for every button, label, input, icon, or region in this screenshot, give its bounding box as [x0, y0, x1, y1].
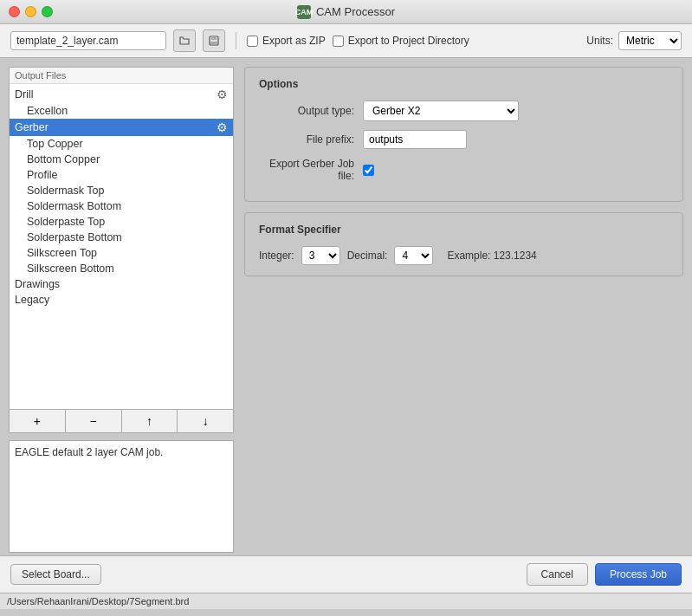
tree-item-label: Solderpaste Top: [27, 216, 105, 228]
output-type-label: Output type:: [259, 105, 354, 117]
tree-item-label: Drill: [15, 88, 34, 101]
units-select[interactable]: Metric Imperial: [618, 31, 682, 50]
tree-item-label: Legacy: [15, 294, 49, 306]
tree-item-label: Bottom Copper: [27, 153, 100, 165]
move-up-button[interactable]: ↑: [122, 410, 178, 432]
file-name-input[interactable]: [10, 31, 166, 50]
open-file-button[interactable]: [173, 29, 196, 52]
format-title: Format Specifier: [259, 224, 669, 236]
format-section: Format Specifier Integer: 1 2 3 4 5 6 De…: [244, 212, 683, 276]
tree-item-top-copper[interactable]: Top Copper: [10, 136, 233, 152]
integer-label: Integer:: [259, 250, 294, 262]
status-bar: /Users/RehaanIrani/Desktop/7Segment.brd: [0, 593, 692, 609]
tree-item-label: Profile: [27, 169, 57, 181]
tree-item-gerber[interactable]: Gerber ⚙: [10, 119, 233, 136]
description-box: EAGLE default 2 layer CAM job.: [9, 440, 234, 553]
output-files-header: Output Files: [10, 68, 233, 84]
window-title: CAM Processor: [316, 5, 395, 18]
action-bar: Select Board... Cancel Process Job: [0, 555, 692, 593]
svg-rect-2: [210, 42, 217, 44]
add-button[interactable]: +: [10, 410, 66, 432]
export-zip-checkbox[interactable]: [247, 36, 258, 47]
tree-item-solderpaste-top[interactable]: Solderpaste Top: [10, 214, 233, 230]
export-project-checkbox[interactable]: [333, 36, 344, 47]
tree-item-soldermask-bottom[interactable]: Soldermask Bottom: [10, 198, 233, 214]
file-prefix-row: File prefix:: [259, 130, 669, 149]
minimize-button[interactable]: [25, 6, 36, 17]
tree-item-drawings[interactable]: Drawings: [10, 276, 233, 292]
tree-item-label: Soldermask Top: [27, 185, 104, 197]
list-controls: + − ↑ ↓: [9, 410, 234, 433]
save-icon: [208, 35, 220, 47]
units-group: Units: Metric Imperial: [586, 31, 682, 50]
main-content: Output Files Drill ⚙ Excellon Gerber ⚙: [0, 58, 692, 587]
units-label: Units:: [586, 35, 613, 47]
move-down-button[interactable]: ↓: [178, 410, 233, 432]
close-button[interactable]: [9, 6, 20, 17]
tree-item-silkscreen-bottom[interactable]: Silkscreen Bottom: [10, 261, 233, 276]
separator: [236, 32, 236, 49]
format-row: Integer: 1 2 3 4 5 6 Decimal: 1 2 3 4 5 …: [259, 246, 669, 265]
decimal-select[interactable]: 1 2 3 4 5 6: [394, 246, 433, 265]
example-text: Example: 123.1234: [447, 250, 536, 262]
tree-item-label: Silkscreen Bottom: [27, 263, 114, 275]
select-board-button[interactable]: Select Board...: [10, 564, 101, 585]
export-gerber-row: Export Gerber Job file:: [259, 158, 669, 182]
process-job-button[interactable]: Process Job: [595, 563, 682, 586]
tree-item-soldermask-top[interactable]: Soldermask Top: [10, 183, 233, 198]
tree-item-bottom-copper[interactable]: Bottom Copper: [10, 152, 233, 167]
tree-item-profile[interactable]: Profile: [10, 167, 233, 183]
window-controls[interactable]: [9, 6, 53, 17]
left-panel: Output Files Drill ⚙ Excellon Gerber ⚙: [9, 67, 234, 579]
options-section: Options Output type: Gerber X2 Gerber RS…: [244, 67, 683, 202]
export-zip-label: Export as ZIP: [262, 35, 326, 47]
toolbar: Export as ZIP Export to Project Director…: [0, 24, 692, 58]
tree-item-label: Excellon: [27, 105, 68, 117]
output-type-row: Output type: Gerber X2 Gerber RS-274X Ex…: [259, 101, 669, 121]
right-panel: Options Output type: Gerber X2 Gerber RS…: [244, 67, 683, 579]
export-gerber-checkbox-group: [363, 165, 374, 176]
decimal-label: Decimal:: [347, 250, 388, 262]
tree-item-label: Top Copper: [27, 138, 83, 150]
export-zip-group[interactable]: Export as ZIP: [247, 35, 326, 47]
file-tree[interactable]: Drill ⚙ Excellon Gerber ⚙ Top Copper: [10, 84, 233, 409]
tree-item-label: Drawings: [15, 278, 60, 290]
save-file-button[interactable]: [203, 29, 225, 52]
tree-item-label: Gerber: [15, 121, 49, 133]
tree-item-label: Solderpaste Bottom: [27, 231, 122, 243]
export-project-label: Export to Project Directory: [348, 35, 469, 47]
output-files-container: Output Files Drill ⚙ Excellon Gerber ⚙: [9, 67, 234, 433]
tree-item-solderpaste-bottom[interactable]: Solderpaste Bottom: [10, 230, 233, 245]
app-icon: CAM: [297, 5, 311, 19]
output-files-box: Output Files Drill ⚙ Excellon Gerber ⚙: [9, 67, 234, 410]
file-prefix-input[interactable]: [363, 130, 467, 149]
description-text: EAGLE default 2 layer CAM job.: [15, 446, 163, 458]
tree-item-label: Soldermask Bottom: [27, 200, 121, 212]
maximize-button[interactable]: [42, 6, 53, 17]
remove-button[interactable]: −: [66, 410, 122, 432]
integer-select[interactable]: 1 2 3 4 5 6: [301, 246, 340, 265]
bottom-bar: Select Board... Cancel Process Job /User…: [0, 555, 692, 616]
file-prefix-label: File prefix:: [259, 133, 354, 146]
export-gerber-checkbox[interactable]: [363, 165, 374, 176]
cancel-button[interactable]: Cancel: [527, 563, 588, 586]
tree-item-label: Silkscreen Top: [27, 247, 97, 259]
gear-icon[interactable]: ⚙: [217, 88, 228, 101]
tree-item-legacy[interactable]: Legacy: [10, 292, 233, 308]
export-project-group[interactable]: Export to Project Directory: [333, 35, 469, 47]
title-bar: CAM CAM Processor: [0, 0, 692, 24]
tree-item-drill[interactable]: Drill ⚙: [10, 86, 233, 103]
svg-rect-1: [211, 36, 217, 40]
options-title: Options: [259, 78, 669, 90]
export-gerber-label: Export Gerber Job file:: [259, 158, 354, 182]
output-type-select[interactable]: Gerber X2 Gerber RS-274X Excellon PDF: [363, 101, 519, 121]
open-icon: [178, 35, 191, 47]
tree-item-silkscreen-top[interactable]: Silkscreen Top: [10, 245, 233, 261]
status-text: /Users/RehaanIrani/Desktop/7Segment.brd: [7, 596, 189, 606]
gear-icon[interactable]: ⚙: [217, 120, 228, 134]
tree-item-excellon[interactable]: Excellon: [10, 103, 233, 119]
